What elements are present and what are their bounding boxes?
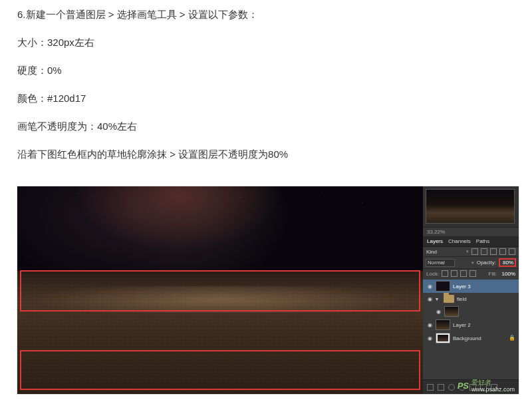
horizon-highlight (17, 286, 423, 313)
layer-row-nested-image[interactable]: ◉ (423, 305, 519, 318)
folder-caret-icon[interactable]: ▾ (436, 296, 441, 302)
chevron-down-icon[interactable]: ▾ (466, 249, 469, 254)
lock-pixels-icon[interactable] (451, 270, 458, 277)
filter-pixel-icon[interactable] (471, 248, 478, 255)
watermark: PS 爱好者 www.psahz.com (458, 378, 515, 393)
watermark-brand-cn: 爱好者 (471, 379, 491, 386)
lock-position-icon[interactable] (460, 270, 467, 277)
chevron-down-icon[interactable]: ▾ (471, 260, 474, 266)
param-color: 颜色：#120d17 (17, 91, 515, 106)
navigator-image (426, 189, 515, 224)
blend-opacity-row: Normal ▾ Opacity: 80% (423, 256, 519, 269)
sky-region (17, 186, 423, 276)
tutorial-text: 6.新建一个普通图层 > 选择画笔工具 > 设置以下参数： 大小：320px左右… (0, 0, 532, 162)
link-layers-icon[interactable] (427, 384, 434, 391)
visibility-icon[interactable]: ◉ (426, 296, 433, 302)
layer-name: Layer 2 (453, 322, 471, 328)
folder-icon (444, 295, 454, 303)
param-brush-opacity: 画笔不透明度为：40%左右 (17, 118, 515, 134)
opacity-label: Opacity: (477, 260, 496, 266)
layer-thumbnail (436, 333, 450, 343)
stars-overlay (17, 186, 423, 276)
layer-thumbnail (436, 281, 450, 292)
layer-name: Layer 3 (453, 284, 471, 290)
layer-name: field (457, 296, 467, 302)
step-intro: 6.新建一个普通图层 > 选择画笔工具 > 设置以下参数： (17, 7, 515, 23)
kind-filter-row: Kind ▾ (423, 247, 519, 256)
filter-smart-icon[interactable] (509, 248, 515, 255)
fill-label: Fill: (489, 271, 497, 277)
photoshop-screenshot: 33.22% Layers Channels Paths Kind ▾ Norm… (17, 186, 519, 394)
blend-mode-select[interactable]: Normal (426, 259, 455, 267)
opacity-value-highlighted[interactable]: 80% (499, 258, 516, 267)
visibility-icon[interactable]: ◉ (426, 335, 433, 341)
watermark-brand: PS (458, 381, 469, 391)
navigator-thumbnail[interactable] (423, 186, 519, 228)
navigator-zoom: 33.22% (423, 228, 519, 236)
instruction: 沿着下图红色框内的草地轮廓涂抹 > 设置图层不透明度为80% (17, 146, 515, 162)
layer-thumbnail (444, 306, 459, 317)
panel-tabs: Layers Channels Paths (423, 236, 519, 247)
visibility-icon[interactable]: ◉ (426, 284, 433, 290)
layers-list: ◉ Layer 3 ◉ ▾ field ◉ ◉ Layer 2 ◉ (423, 278, 519, 346)
kind-label: Kind (426, 249, 437, 255)
filter-type-icon[interactable] (490, 248, 497, 255)
layer-row-field-folder[interactable]: ◉ ▾ field (423, 293, 519, 305)
lock-icon: 🔒 (509, 335, 515, 341)
tab-paths[interactable]: Paths (476, 238, 489, 244)
layer-row-layer3[interactable]: ◉ Layer 3 (423, 280, 519, 293)
layer-thumbnail (436, 319, 450, 330)
watermark-url: www.psahz.com (471, 386, 515, 393)
layer-row-layer2[interactable]: ◉ Layer 2 (423, 318, 519, 331)
filter-shape-icon[interactable] (499, 248, 506, 255)
visibility-icon[interactable]: ◉ (435, 309, 442, 315)
param-size: 大小：320px左右 (17, 35, 515, 51)
lock-all-icon[interactable] (469, 270, 476, 277)
canvas-area (17, 186, 423, 394)
lock-label: Lock: (426, 271, 439, 277)
lock-fill-row: Lock: Fill: 100% (423, 269, 519, 278)
layer-name: Background (453, 335, 481, 341)
filter-adjust-icon[interactable] (481, 248, 487, 255)
tab-layers[interactable]: Layers (427, 238, 443, 244)
param-hardness: 硬度：0% (17, 63, 515, 79)
visibility-icon[interactable]: ◉ (426, 322, 433, 328)
mask-icon[interactable] (448, 384, 455, 391)
fx-icon[interactable] (438, 384, 444, 391)
tab-channels[interactable]: Channels (448, 238, 471, 244)
fill-value[interactable]: 100% (499, 271, 515, 277)
lock-transparent-icon[interactable] (442, 270, 448, 277)
layer-row-background[interactable]: ◉ Background 🔒 (423, 331, 519, 345)
layers-panel: 33.22% Layers Channels Paths Kind ▾ Norm… (423, 186, 519, 394)
